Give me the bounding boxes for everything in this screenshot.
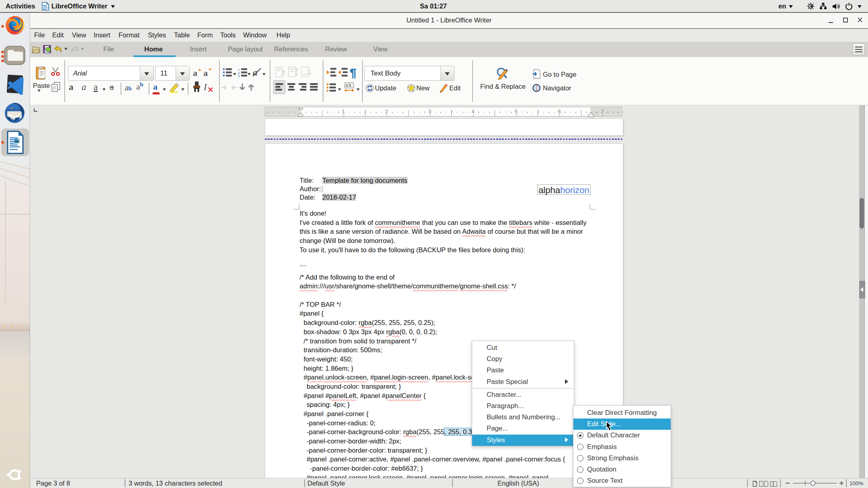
svg-text:a: a xyxy=(203,68,208,78)
svg-text:3: 3 xyxy=(238,74,240,77)
svg-text:a b: a b xyxy=(346,83,351,88)
svg-text:1: 1 xyxy=(238,68,240,71)
svg-text:a: a xyxy=(193,68,197,78)
